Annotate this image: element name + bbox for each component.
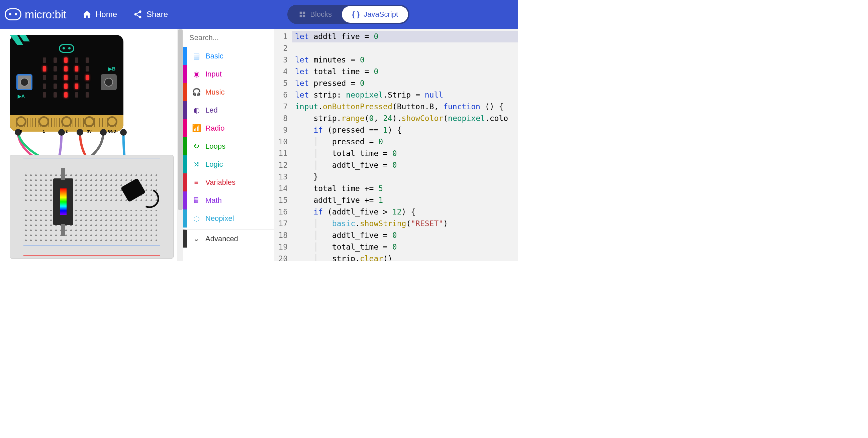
led-pixel[interactable] bbox=[43, 83, 46, 89]
code-line[interactable]: strip.range(0, 24).showColor(neopixel.co… bbox=[295, 114, 508, 123]
led-pixel[interactable] bbox=[43, 66, 46, 71]
code-line[interactable]: total_time += 5 bbox=[295, 184, 383, 193]
code-line[interactable]: │ total_time = 0 bbox=[295, 242, 397, 251]
home-label: Home bbox=[96, 10, 117, 19]
code-line[interactable]: │ total_time = 0 bbox=[295, 149, 397, 158]
toolbox-search[interactable] bbox=[183, 29, 274, 47]
microbit-simulator[interactable]: A B 0123VGND bbox=[10, 35, 123, 132]
led-pixel[interactable] bbox=[54, 83, 57, 89]
blocks-toggle[interactable]: Blocks bbox=[289, 6, 342, 23]
music-icon: 🎧 bbox=[192, 88, 201, 97]
pin-label: 1 bbox=[43, 129, 45, 133]
code-line[interactable]: let total_time = 0 bbox=[295, 67, 378, 76]
home-button[interactable]: Home bbox=[82, 10, 117, 19]
code-editor[interactable]: 1234567891011121314151617181920 let addt… bbox=[274, 29, 518, 261]
toolbox: ▦Basic◉Input🎧Music◐Led📶Radio↻Loops⤮Logic… bbox=[183, 29, 274, 261]
led-pixel[interactable] bbox=[75, 58, 78, 63]
code-line[interactable]: addtl_five += 1 bbox=[295, 196, 383, 204]
code-line[interactable]: │ strip.clear() bbox=[295, 254, 392, 261]
code-line[interactable]: let strip: neopixel.Strip = null bbox=[295, 91, 443, 99]
category-led[interactable]: ◐Led bbox=[183, 101, 274, 119]
category-advanced[interactable]: ⌄ Advanced bbox=[183, 230, 274, 247]
category-radio[interactable]: 📶Radio bbox=[183, 119, 274, 137]
code-line[interactable]: │ basic.showString("RESET") bbox=[295, 219, 448, 228]
led-pixel[interactable] bbox=[43, 58, 46, 63]
led-pixel[interactable] bbox=[54, 58, 57, 63]
sim-scrollbar[interactable] bbox=[177, 29, 183, 261]
pin-label: 2 bbox=[66, 129, 68, 133]
led-pixel[interactable] bbox=[64, 92, 68, 98]
led-pixel[interactable] bbox=[75, 92, 78, 98]
category-label: Music bbox=[206, 88, 224, 97]
button-b-label: B bbox=[108, 66, 115, 71]
category-label: Input bbox=[206, 70, 222, 78]
led-pixel[interactable] bbox=[86, 58, 89, 63]
led-pixel[interactable] bbox=[64, 83, 68, 89]
pin-GND[interactable]: GND bbox=[107, 116, 117, 127]
share-label: Share bbox=[147, 10, 168, 19]
category-loops[interactable]: ↻Loops bbox=[183, 137, 274, 155]
code-line[interactable]: let pressed = 0 bbox=[295, 79, 365, 88]
code-line[interactable]: if (addtl_five > 12) { bbox=[295, 207, 415, 216]
svg-rect-6 bbox=[303, 15, 305, 17]
loops-icon: ↻ bbox=[192, 142, 201, 151]
led-pixel[interactable] bbox=[75, 83, 78, 89]
home-icon bbox=[82, 10, 92, 19]
category-label: Variables bbox=[206, 178, 236, 187]
search-input[interactable] bbox=[189, 33, 281, 42]
pin-3V[interactable]: 3V bbox=[84, 116, 95, 127]
category-math[interactable]: 🖩Math bbox=[183, 192, 274, 209]
led-icon: ◐ bbox=[192, 106, 201, 114]
pin-2[interactable]: 2 bbox=[61, 116, 72, 127]
led-pixel[interactable] bbox=[43, 75, 46, 80]
svg-rect-4 bbox=[303, 12, 305, 14]
input-icon: ◉ bbox=[192, 70, 201, 78]
code-line[interactable]: input.onButtonPressed(Button.B, function… bbox=[295, 102, 503, 111]
pin-label: GND bbox=[108, 129, 116, 133]
code-area[interactable]: let addtl_five = 0 let minutes = 0 let t… bbox=[292, 29, 518, 261]
basic-icon: ▦ bbox=[192, 52, 201, 61]
led-pixel[interactable] bbox=[43, 92, 46, 98]
code-line[interactable]: │ pressed = 0 bbox=[295, 137, 383, 146]
code-line[interactable]: if (pressed == 1) { bbox=[295, 126, 402, 134]
category-music[interactable]: 🎧Music bbox=[183, 83, 274, 101]
share-icon bbox=[133, 10, 143, 19]
led-pixel[interactable] bbox=[75, 66, 78, 71]
code-line[interactable]: │ addtl_five = 0 bbox=[295, 161, 397, 169]
led-pixel[interactable] bbox=[64, 58, 68, 63]
button-a[interactable] bbox=[17, 74, 32, 90]
button-a-label: A bbox=[18, 94, 25, 99]
led-pixel[interactable] bbox=[64, 75, 68, 80]
category-neopixel[interactable]: ◌Neopixel bbox=[183, 209, 274, 228]
led-display[interactable] bbox=[43, 58, 90, 97]
category-input[interactable]: ◉Input bbox=[183, 65, 274, 83]
pin-1[interactable]: 1 bbox=[38, 116, 49, 127]
code-line[interactable]: │ addtl_five = 0 bbox=[295, 231, 397, 240]
category-basic[interactable]: ▦Basic bbox=[183, 47, 274, 65]
pin-0[interactable]: 0 bbox=[16, 116, 26, 127]
led-pixel[interactable] bbox=[54, 92, 57, 98]
led-pixel[interactable] bbox=[86, 66, 89, 71]
led-pixel[interactable] bbox=[86, 75, 89, 80]
led-pixel[interactable] bbox=[75, 75, 78, 80]
category-label: Radio bbox=[206, 124, 224, 133]
braces-icon: { } bbox=[352, 10, 360, 19]
svg-rect-5 bbox=[300, 15, 302, 17]
share-button[interactable]: Share bbox=[133, 10, 168, 19]
logo[interactable]: micro:bit bbox=[5, 8, 66, 21]
category-variables[interactable]: ≡Variables bbox=[183, 173, 274, 192]
javascript-toggle[interactable]: { } JavaScript bbox=[342, 6, 408, 23]
svg-rect-3 bbox=[300, 12, 302, 14]
code-line[interactable]: let minutes = 0 bbox=[295, 56, 365, 64]
neopixel-strip[interactable] bbox=[53, 178, 73, 225]
led-pixel[interactable] bbox=[86, 83, 89, 89]
category-label: Led bbox=[206, 106, 218, 114]
category-logic[interactable]: ⤮Logic bbox=[183, 155, 274, 173]
led-pixel[interactable] bbox=[54, 66, 57, 71]
code-line[interactable]: let addtl_five = 0 bbox=[292, 31, 518, 42]
led-pixel[interactable] bbox=[64, 66, 68, 71]
button-b[interactable] bbox=[101, 74, 117, 90]
led-pixel[interactable] bbox=[86, 92, 89, 98]
code-line[interactable]: } bbox=[295, 172, 318, 181]
led-pixel[interactable] bbox=[54, 75, 57, 80]
